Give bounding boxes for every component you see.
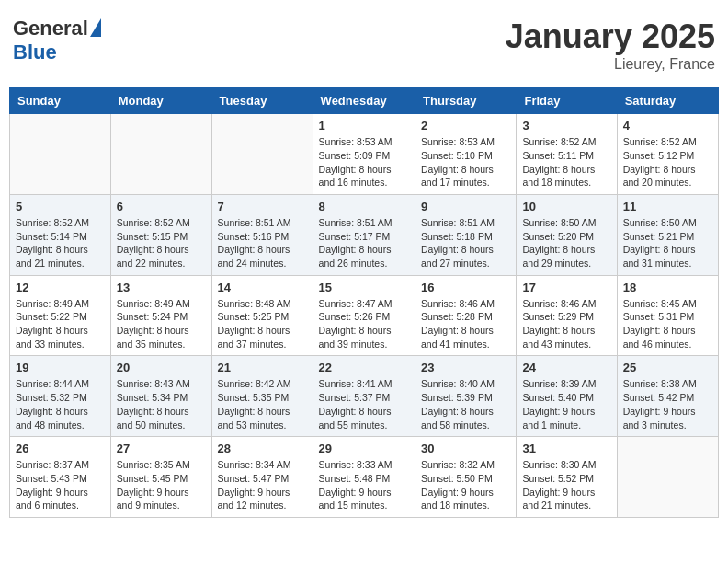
day-info: Sunrise: 8:48 AM Sunset: 5:25 PM Dayligh… — [218, 297, 307, 351]
day-number: 24 — [522, 361, 610, 374]
day-number: 11 — [623, 200, 712, 213]
calendar-cell: 12Sunrise: 8:49 AM Sunset: 5:22 PM Dayli… — [10, 275, 111, 356]
calendar-header-wednesday: Wednesday — [313, 88, 415, 114]
day-number: 8 — [319, 200, 409, 213]
calendar-cell: 28Sunrise: 8:34 AM Sunset: 5:47 PM Dayli… — [211, 437, 313, 518]
calendar-cell: 30Sunrise: 8:32 AM Sunset: 5:50 PM Dayli… — [415, 437, 517, 518]
day-number: 12 — [16, 281, 105, 294]
month-title: January 2025 — [506, 17, 715, 56]
day-number: 4 — [623, 119, 712, 132]
location-title: Lieurey, France — [506, 56, 715, 73]
calendar-cell: 15Sunrise: 8:47 AM Sunset: 5:26 PM Dayli… — [313, 275, 415, 356]
calendar-week-row: 12Sunrise: 8:49 AM Sunset: 5:22 PM Dayli… — [10, 275, 719, 356]
day-number: 28 — [218, 442, 307, 455]
calendar-cell: 10Sunrise: 8:50 AM Sunset: 5:20 PM Dayli… — [517, 194, 617, 275]
day-number: 9 — [421, 200, 510, 213]
day-number: 18 — [623, 281, 712, 294]
day-info: Sunrise: 8:46 AM Sunset: 5:29 PM Dayligh… — [522, 297, 610, 351]
calendar-cell: 25Sunrise: 8:38 AM Sunset: 5:42 PM Dayli… — [617, 356, 718, 437]
day-info: Sunrise: 8:53 AM Sunset: 5:10 PM Dayligh… — [421, 135, 510, 190]
calendar-table: SundayMondayTuesdayWednesdayThursdayFrid… — [9, 87, 719, 518]
day-number: 26 — [16, 442, 105, 455]
day-info: Sunrise: 8:46 AM Sunset: 5:28 PM Dayligh… — [421, 297, 510, 351]
day-info: Sunrise: 8:47 AM Sunset: 5:26 PM Dayligh… — [319, 297, 409, 351]
day-number: 5 — [16, 200, 105, 213]
calendar-cell: 22Sunrise: 8:41 AM Sunset: 5:37 PM Dayli… — [313, 356, 415, 437]
logo-blue-text: Blue — [13, 40, 57, 64]
calendar-cell: 2Sunrise: 8:53 AM Sunset: 5:10 PM Daylig… — [415, 114, 517, 195]
calendar-header-sunday: Sunday — [10, 88, 111, 114]
day-number: 22 — [319, 361, 409, 374]
calendar-cell: 29Sunrise: 8:33 AM Sunset: 5:48 PM Dayli… — [313, 437, 415, 518]
day-info: Sunrise: 8:51 AM Sunset: 5:17 PM Dayligh… — [319, 216, 409, 270]
day-number: 29 — [319, 442, 409, 455]
calendar-header-friday: Friday — [517, 88, 617, 114]
day-info: Sunrise: 8:32 AM Sunset: 5:50 PM Dayligh… — [421, 458, 510, 512]
calendar-week-row: 26Sunrise: 8:37 AM Sunset: 5:43 PM Dayli… — [10, 437, 719, 518]
day-info: Sunrise: 8:41 AM Sunset: 5:37 PM Dayligh… — [319, 377, 409, 431]
day-info: Sunrise: 8:53 AM Sunset: 5:09 PM Dayligh… — [319, 135, 409, 190]
day-info: Sunrise: 8:34 AM Sunset: 5:47 PM Dayligh… — [218, 458, 307, 512]
day-number: 15 — [319, 281, 409, 294]
day-info: Sunrise: 8:35 AM Sunset: 5:45 PM Dayligh… — [117, 458, 206, 512]
calendar-header-saturday: Saturday — [617, 88, 718, 114]
day-number: 3 — [522, 119, 610, 132]
day-number: 30 — [421, 442, 510, 455]
day-number: 13 — [117, 281, 206, 294]
logo: General Blue — [13, 17, 101, 64]
day-info: Sunrise: 8:51 AM Sunset: 5:16 PM Dayligh… — [218, 216, 307, 270]
day-number: 23 — [421, 361, 510, 374]
calendar-cell: 19Sunrise: 8:44 AM Sunset: 5:32 PM Dayli… — [10, 356, 111, 437]
logo-general-text: General — [13, 17, 88, 40]
day-info: Sunrise: 8:33 AM Sunset: 5:48 PM Dayligh… — [319, 458, 409, 512]
calendar-header-thursday: Thursday — [415, 88, 517, 114]
day-number: 1 — [319, 119, 409, 132]
calendar-cell: 21Sunrise: 8:42 AM Sunset: 5:35 PM Dayli… — [211, 356, 313, 437]
day-number: 17 — [522, 281, 610, 294]
day-info: Sunrise: 8:49 AM Sunset: 5:22 PM Dayligh… — [16, 297, 105, 351]
calendar-cell: 9Sunrise: 8:51 AM Sunset: 5:18 PM Daylig… — [415, 194, 517, 275]
day-number: 20 — [117, 361, 206, 374]
calendar-cell: 6Sunrise: 8:52 AM Sunset: 5:15 PM Daylig… — [110, 194, 211, 275]
calendar-cell: 23Sunrise: 8:40 AM Sunset: 5:39 PM Dayli… — [415, 356, 517, 437]
day-info: Sunrise: 8:40 AM Sunset: 5:39 PM Dayligh… — [421, 377, 510, 431]
day-info: Sunrise: 8:52 AM Sunset: 5:11 PM Dayligh… — [522, 135, 610, 190]
day-info: Sunrise: 8:39 AM Sunset: 5:40 PM Dayligh… — [522, 377, 610, 431]
calendar-week-row: 1Sunrise: 8:53 AM Sunset: 5:09 PM Daylig… — [10, 114, 719, 195]
day-number: 21 — [218, 361, 307, 374]
calendar-cell: 3Sunrise: 8:52 AM Sunset: 5:11 PM Daylig… — [517, 114, 617, 195]
title-block: January 2025 Lieurey, France — [506, 17, 715, 73]
calendar-cell: 13Sunrise: 8:49 AM Sunset: 5:24 PM Dayli… — [110, 275, 211, 356]
calendar-cell: 11Sunrise: 8:50 AM Sunset: 5:21 PM Dayli… — [617, 194, 718, 275]
page-header: General Blue January 2025 Lieurey, Franc… — [9, 9, 719, 80]
calendar-cell: 8Sunrise: 8:51 AM Sunset: 5:17 PM Daylig… — [313, 194, 415, 275]
day-info: Sunrise: 8:45 AM Sunset: 5:31 PM Dayligh… — [623, 297, 712, 351]
day-number: 2 — [421, 119, 510, 132]
day-number: 16 — [421, 281, 510, 294]
day-number: 31 — [522, 442, 610, 455]
calendar-cell: 17Sunrise: 8:46 AM Sunset: 5:29 PM Dayli… — [517, 275, 617, 356]
day-info: Sunrise: 8:37 AM Sunset: 5:43 PM Dayligh… — [16, 458, 105, 512]
calendar-cell: 7Sunrise: 8:51 AM Sunset: 5:16 PM Daylig… — [211, 194, 313, 275]
day-number: 10 — [522, 200, 610, 213]
day-info: Sunrise: 8:52 AM Sunset: 5:15 PM Dayligh… — [117, 216, 206, 270]
day-number: 7 — [218, 200, 307, 213]
calendar-cell: 4Sunrise: 8:52 AM Sunset: 5:12 PM Daylig… — [617, 114, 718, 195]
day-info: Sunrise: 8:52 AM Sunset: 5:12 PM Dayligh… — [623, 135, 712, 190]
calendar-header-monday: Monday — [110, 88, 211, 114]
calendar-cell: 18Sunrise: 8:45 AM Sunset: 5:31 PM Dayli… — [617, 275, 718, 356]
calendar-cell — [211, 114, 313, 195]
calendar-cell: 14Sunrise: 8:48 AM Sunset: 5:25 PM Dayli… — [211, 275, 313, 356]
calendar-header-row: SundayMondayTuesdayWednesdayThursdayFrid… — [10, 88, 719, 114]
calendar-cell: 27Sunrise: 8:35 AM Sunset: 5:45 PM Dayli… — [110, 437, 211, 518]
day-number: 27 — [117, 442, 206, 455]
calendar-cell: 20Sunrise: 8:43 AM Sunset: 5:34 PM Dayli… — [110, 356, 211, 437]
calendar-cell: 16Sunrise: 8:46 AM Sunset: 5:28 PM Dayli… — [415, 275, 517, 356]
day-info: Sunrise: 8:51 AM Sunset: 5:18 PM Dayligh… — [421, 216, 510, 270]
day-info: Sunrise: 8:49 AM Sunset: 5:24 PM Dayligh… — [117, 297, 206, 351]
calendar-cell: 24Sunrise: 8:39 AM Sunset: 5:40 PM Dayli… — [517, 356, 617, 437]
day-info: Sunrise: 8:42 AM Sunset: 5:35 PM Dayligh… — [218, 377, 307, 431]
calendar-week-row: 19Sunrise: 8:44 AM Sunset: 5:32 PM Dayli… — [10, 356, 719, 437]
logo-triangle-icon — [90, 18, 101, 37]
calendar-week-row: 5Sunrise: 8:52 AM Sunset: 5:14 PM Daylig… — [10, 194, 719, 275]
